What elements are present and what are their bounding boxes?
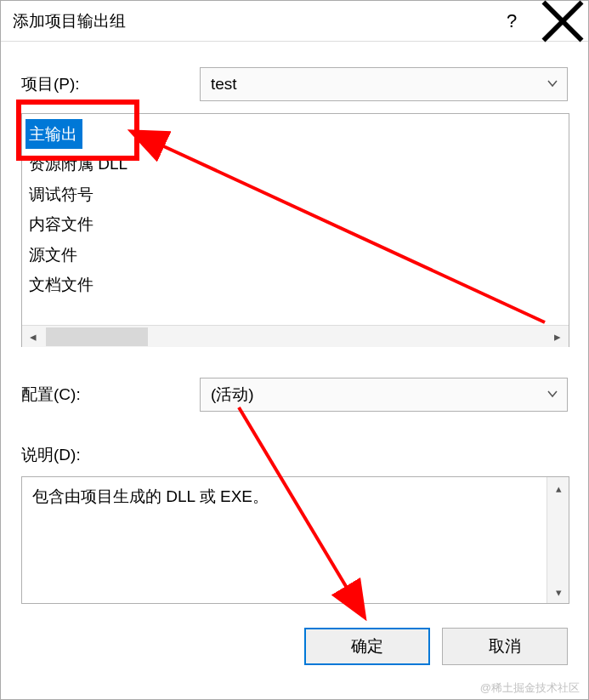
project-combobox[interactable]: test bbox=[200, 67, 568, 101]
dialog-body: 项目(P): test 主输出 资源附属 DLL 调试符号 内容文件 源文件 文… bbox=[1, 42, 588, 682]
vertical-scrollbar[interactable]: ▴ ▾ bbox=[547, 477, 569, 603]
list-item[interactable]: 主输出 bbox=[25, 119, 82, 149]
button-row: 确定 取消 bbox=[21, 628, 568, 665]
help-icon: ? bbox=[507, 10, 517, 32]
project-label: 项目(P): bbox=[21, 73, 200, 95]
chevron-down-icon bbox=[547, 385, 558, 404]
scroll-thumb[interactable] bbox=[46, 327, 148, 346]
list-item[interactable]: 源文件 bbox=[25, 240, 565, 270]
close-icon bbox=[537, 0, 588, 47]
watermark: @稀土掘金技术社区 bbox=[480, 680, 580, 696]
close-button[interactable] bbox=[537, 1, 588, 42]
description-box: 包含由项目生成的 DLL 或 EXE。 ▴ ▾ bbox=[21, 476, 569, 604]
project-row: 项目(P): test bbox=[21, 67, 568, 101]
dialog-title: 添加项目输出组 bbox=[13, 10, 486, 32]
scroll-right-arrow[interactable]: ▸ bbox=[547, 326, 569, 348]
dialog-window: 添加项目输出组 ? 项目(P): test 主输出 资源附属 DLL 调试符号 … bbox=[0, 0, 589, 700]
chevron-down-icon bbox=[547, 75, 558, 94]
ok-button[interactable]: 确定 bbox=[304, 628, 430, 665]
config-row: 配置(C): (活动) bbox=[21, 378, 568, 412]
scroll-left-arrow[interactable]: ◂ bbox=[22, 326, 44, 348]
config-label: 配置(C): bbox=[21, 384, 200, 406]
list-item[interactable]: 文档文件 bbox=[25, 270, 565, 299]
titlebar: 添加项目输出组 ? bbox=[1, 1, 588, 42]
help-button[interactable]: ? bbox=[486, 1, 537, 42]
list-item[interactable]: 资源附属 DLL bbox=[25, 149, 565, 179]
scroll-track[interactable] bbox=[44, 326, 547, 348]
description-label: 说明(D): bbox=[21, 444, 568, 466]
output-listbox[interactable]: 主输出 资源附属 DLL 调试符号 内容文件 源文件 文档文件 ◂ ▸ bbox=[21, 113, 569, 347]
config-combobox[interactable]: (活动) bbox=[200, 378, 568, 412]
scroll-up-arrow[interactable]: ▴ bbox=[547, 477, 569, 499]
config-value: (活动) bbox=[211, 384, 254, 406]
list-item[interactable]: 内容文件 bbox=[25, 209, 565, 239]
cancel-button[interactable]: 取消 bbox=[442, 628, 568, 665]
horizontal-scrollbar[interactable]: ◂ ▸ bbox=[22, 325, 569, 347]
scroll-track[interactable] bbox=[547, 499, 569, 581]
list-item[interactable]: 调试符号 bbox=[25, 179, 565, 209]
description-text: 包含由项目生成的 DLL 或 EXE。 bbox=[22, 477, 547, 603]
list-content: 主输出 资源附属 DLL 调试符号 内容文件 源文件 文档文件 bbox=[22, 114, 569, 325]
project-value: test bbox=[211, 75, 237, 94]
scroll-down-arrow[interactable]: ▾ bbox=[547, 581, 569, 603]
